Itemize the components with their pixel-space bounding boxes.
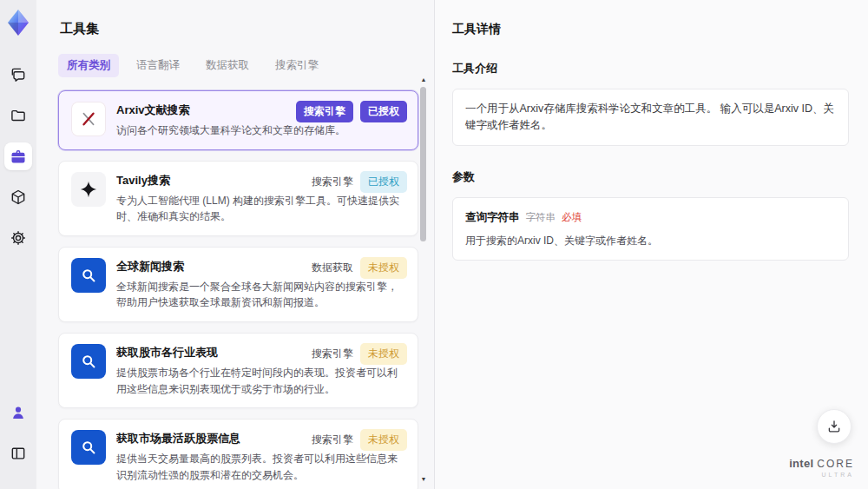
ultra-word: ULTRA	[789, 472, 854, 479]
arxiv-icon	[71, 102, 106, 136]
category-badge: 搜索引擎	[312, 433, 353, 447]
status-badge: 已授权	[360, 171, 407, 193]
details-title: 工具详情	[452, 22, 849, 37]
search-icon	[71, 258, 106, 293]
status-badge: 未授权	[360, 343, 407, 365]
user-profile-icon[interactable]	[4, 399, 32, 426]
tool-list-panel: 工具集 所有类别语言翻译数据获取搜索引擎 Arxiv文献搜索 访问各个研究领域大…	[36, 0, 434, 489]
tool-description: 提供股票市场各个行业在特定时间段内的表现。投资者可以利用这些信息来识别表现优于或…	[116, 365, 405, 397]
tool-card[interactable]: 全球新闻搜索 全球新闻搜索是一个聚合全球各大新闻网站内容的搜索引擎，帮助用户快速…	[58, 247, 418, 322]
intel-word: intel	[789, 457, 813, 470]
list-scrollbar: ▲ ▼	[419, 76, 428, 484]
tool-card[interactable]: Arxiv文献搜索 访问各个研究领域大量科学论文和文章的存储库。 搜索引擎 已授…	[58, 90, 418, 150]
scroll-down-arrow-icon[interactable]: ▼	[420, 476, 427, 482]
category-badge: 搜索引擎	[312, 347, 353, 361]
tab-3[interactable]: 搜索引擎	[266, 54, 327, 77]
app-logo-icon	[3, 7, 34, 38]
download-icon	[826, 419, 842, 434]
tool-description: 专为人工智能代理 (LLM) 构建的搜索引擎工具。可快速提供实时、准确和真实的结…	[116, 193, 405, 225]
category-badge: 搜索引擎	[312, 175, 353, 189]
status-badge: 未授权	[360, 257, 407, 279]
scrollbar-thumb[interactable]	[420, 87, 426, 241]
tool-description: 全球新闻搜索是一个聚合全球各大新闻网站内容的搜索引擎，帮助用户快速获取全球最新资…	[116, 279, 405, 311]
cube-nav-icon[interactable]	[4, 183, 32, 211]
page-title: 工具集	[60, 21, 434, 37]
tab-2[interactable]: 数据获取	[197, 54, 258, 77]
param-required-badge: 必填	[562, 210, 582, 225]
tab-0[interactable]: 所有类别	[58, 54, 119, 77]
tool-card[interactable]: Tavily搜索 专为人工智能代理 (LLM) 构建的搜索引擎工具。可快速提供实…	[58, 161, 418, 236]
status-badge: 已授权	[360, 101, 407, 122]
category-badge: 搜索引擎	[296, 101, 353, 122]
param-box: 查询字符串 字符串 必填 用于搜索的Arxiv ID、关键字或作者姓名。	[452, 197, 849, 261]
search-icon	[71, 344, 106, 379]
tab-1[interactable]: 语言翻译	[128, 54, 188, 77]
download-button[interactable]	[817, 409, 852, 444]
params-heading: 参数	[452, 169, 849, 185]
tool-description: 访问各个研究领域大量科学论文和文章的存储库。	[116, 122, 405, 139]
intro-box: 一个用于从Arxiv存储库搜索科学论文和文章的工具。 输入可以是Arxiv ID…	[452, 89, 849, 146]
tool-card[interactable]: 获取市场最活跃股票信息 提供当天交易量最高的股票列表。投资者可以利用这些信息来识…	[58, 419, 418, 489]
left-icon-rail	[0, 0, 36, 489]
scroll-up-arrow-icon[interactable]: ▲	[420, 76, 427, 83]
param-type: 字符串	[526, 210, 556, 225]
tool-card[interactable]: 获取股市各行业表现 提供股票市场各个行业在特定时间段内的表现。投资者可以利用这些…	[58, 333, 418, 408]
status-badge: 未授权	[360, 429, 407, 451]
folder-nav-icon[interactable]	[4, 102, 32, 129]
tool-description: 提供当天交易量最高的股票列表。投资者可以利用这些信息来识别流动性强的股票和潜在的…	[116, 451, 405, 483]
settings-gear-icon[interactable]	[4, 224, 32, 252]
tool-list: Arxiv文献搜索 访问各个研究领域大量科学论文和文章的存储库。 搜索引擎 已授…	[58, 90, 418, 489]
intro-text: 一个用于从Arxiv存储库搜索科学论文和文章的工具。 输入可以是Arxiv ID…	[465, 102, 834, 131]
app-window: 工具集 所有类别语言翻译数据获取搜索引擎 Arxiv文献搜索 访问各个研究领域大…	[0, 0, 868, 489]
category-badge: 数据获取	[312, 261, 353, 275]
tool-details-panel: 工具详情 工具介绍 一个用于从Arxiv存储库搜索科学论文和文章的工具。 输入可…	[434, 0, 868, 489]
category-tabs: 所有类别语言翻译数据获取搜索引擎	[58, 54, 434, 77]
search-icon	[71, 430, 106, 465]
toolbox-nav-icon[interactable]	[4, 142, 32, 170]
param-description: 用于搜索的Arxiv ID、关键字或作者姓名。	[465, 233, 836, 248]
core-word: CORE	[817, 458, 854, 470]
star-icon	[71, 172, 106, 207]
collapse-panel-icon[interactable]	[4, 439, 32, 467]
intro-heading: 工具介绍	[452, 61, 849, 76]
param-name: 查询字符串	[465, 209, 520, 226]
intel-core-logo: intel CORE ULTRA	[789, 458, 854, 479]
chat-nav-icon[interactable]	[4, 61, 32, 89]
